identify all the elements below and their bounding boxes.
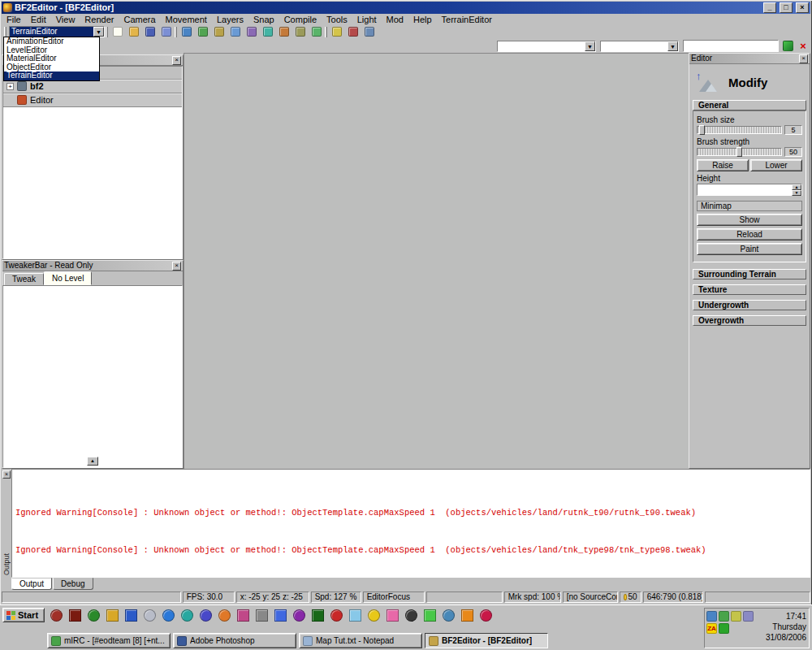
menu-item[interactable]: TerrainEditor xyxy=(437,15,497,25)
quicklaunch-icon[interactable] xyxy=(312,609,324,622)
menu-item[interactable]: Help xyxy=(408,15,437,25)
section-header[interactable]: Overgrowth xyxy=(693,315,806,326)
console-tab[interactable]: Output xyxy=(11,578,52,590)
chevron-down-icon[interactable]: ▼ xyxy=(667,41,678,51)
quicklaunch-icon[interactable] xyxy=(200,609,212,622)
dropdown-option[interactable]: AnimationEditor xyxy=(4,37,99,46)
height-input[interactable] xyxy=(698,184,792,195)
menu-item[interactable]: Layers xyxy=(212,15,248,25)
quicklaunch-icon[interactable] xyxy=(50,609,63,622)
close-icon[interactable]: × xyxy=(172,56,181,65)
quicklaunch-icon[interactable] xyxy=(218,609,231,622)
tray-icon[interactable] xyxy=(731,611,741,622)
tweakerbar-tab[interactable]: Tweak xyxy=(4,273,44,285)
menu-item[interactable]: Tools xyxy=(322,15,352,25)
tray-icon[interactable] xyxy=(706,611,717,622)
lower-button[interactable]: Lower xyxy=(750,159,802,171)
toolbar-file-icon[interactable] xyxy=(159,25,174,38)
toolbar-tool-icon[interactable] xyxy=(212,25,227,38)
quicklaunch-icon[interactable] xyxy=(405,609,417,622)
quicklaunch-icon[interactable] xyxy=(443,609,455,622)
raise-button[interactable]: Raise xyxy=(697,159,749,171)
quicklaunch-icon[interactable] xyxy=(106,609,119,622)
viewport-3d[interactable] xyxy=(184,53,689,469)
start-button[interactable]: Start xyxy=(2,608,45,622)
quicklaunch-icon[interactable] xyxy=(69,609,81,622)
search-input[interactable] xyxy=(683,40,779,52)
taskbar-window-button[interactable]: mIRC - [#eodteam [8] [+nt... xyxy=(47,633,171,648)
toolbar-tool-icon[interactable] xyxy=(244,25,259,38)
quicklaunch-icon[interactable] xyxy=(387,609,399,622)
brush-size-slider[interactable] xyxy=(697,126,782,134)
toolbar-tool-icon[interactable] xyxy=(277,25,292,38)
quicklaunch-icon[interactable] xyxy=(274,609,287,622)
expander-icon[interactable]: + xyxy=(6,83,14,90)
quicklaunch-icon[interactable] xyxy=(293,609,305,622)
menu-item[interactable]: Movement xyxy=(161,15,212,25)
brush-strength-slider[interactable] xyxy=(697,148,782,156)
filter-combobox-2[interactable]: ▼ xyxy=(600,41,679,52)
tray-icon[interactable] xyxy=(743,611,754,622)
quicklaunch-icon[interactable] xyxy=(349,609,361,622)
minimize-button[interactable]: _ xyxy=(763,2,776,13)
editor-mode-combobox[interactable]: TerrainEditor ▼ xyxy=(9,26,105,37)
scroll-up-icon[interactable]: ▲ xyxy=(87,457,98,466)
quicklaunch-icon[interactable] xyxy=(480,609,492,622)
quicklaunch-icon[interactable] xyxy=(181,609,193,622)
menu-item[interactable]: Render xyxy=(80,15,119,25)
toolbar-tool-icon[interactable] xyxy=(309,25,324,38)
close-icon[interactable]: × xyxy=(2,470,11,479)
menu-item[interactable]: Snap xyxy=(248,15,279,25)
section-header[interactable]: Texture xyxy=(693,284,806,295)
toolbar-file-icon[interactable] xyxy=(110,25,125,38)
menu-item[interactable]: Camera xyxy=(119,15,160,25)
toolbar-misc-icon[interactable] xyxy=(346,25,361,38)
chevron-down-icon[interactable]: ▼ xyxy=(93,27,104,37)
chevron-down-icon[interactable]: ▼ xyxy=(585,41,595,51)
toolbar-tool-icon[interactable] xyxy=(196,25,210,38)
quicklaunch-icon[interactable] xyxy=(125,609,137,622)
quicklaunch-icon[interactable] xyxy=(144,609,156,622)
section-header[interactable]: Surrounding Terrain xyxy=(693,269,806,280)
menu-item[interactable]: Compile xyxy=(279,15,322,25)
quicklaunch-icon[interactable] xyxy=(461,609,473,622)
taskbar-window-button[interactable]: BF2Editor - [BF2Editor] xyxy=(425,633,548,648)
toolbar-tool-icon[interactable] xyxy=(179,25,194,38)
tray-icon[interactable]: ZA xyxy=(706,623,717,634)
section-header[interactable]: Undergrowth xyxy=(693,300,806,310)
toolbar-misc-icon[interactable] xyxy=(362,25,377,38)
spin-down-icon[interactable]: ▼ xyxy=(792,190,801,196)
quicklaunch-icon[interactable] xyxy=(368,609,380,622)
cancel-icon[interactable]: × xyxy=(797,41,809,51)
slider-thumb[interactable] xyxy=(736,147,742,157)
confirm-icon[interactable] xyxy=(783,41,793,51)
toolbar-file-icon[interactable] xyxy=(127,25,141,38)
taskbar-window-button[interactable]: Map Tut.txt - Notepad xyxy=(299,633,422,648)
toolbar-tool-icon[interactable] xyxy=(293,25,308,38)
tray-icon[interactable] xyxy=(719,611,729,622)
spin-up-icon[interactable]: ▲ xyxy=(792,184,801,190)
toolbar-tool-icon[interactable] xyxy=(228,25,243,38)
menu-item[interactable]: View xyxy=(51,15,80,25)
general-section-header[interactable]: General xyxy=(693,100,806,110)
menu-item[interactable]: Edit xyxy=(26,15,51,25)
quicklaunch-icon[interactable] xyxy=(330,609,343,622)
quicklaunch-icon[interactable] xyxy=(162,609,175,622)
console-tab[interactable]: Debug xyxy=(53,578,93,590)
taskbar-window-button[interactable]: Adobe Photoshop xyxy=(173,633,296,648)
paint-button[interactable]: Paint xyxy=(697,243,802,255)
close-icon[interactable]: × xyxy=(172,262,181,271)
reload-button[interactable]: Reload xyxy=(697,228,802,240)
quicklaunch-icon[interactable] xyxy=(88,609,100,622)
menu-item[interactable]: File xyxy=(2,15,26,25)
tray-icon[interactable] xyxy=(719,623,729,634)
tree-row[interactable]: + bf2 xyxy=(3,80,182,93)
toolbar-file-icon[interactable] xyxy=(143,25,158,38)
dropdown-option[interactable]: TerrainEditor xyxy=(4,72,99,80)
filter-combobox-1[interactable]: ▼ xyxy=(497,41,596,52)
close-icon[interactable]: × xyxy=(799,54,808,63)
maximize-button[interactable]: □ xyxy=(780,2,793,13)
toolbar-tool-icon[interactable] xyxy=(261,25,275,38)
menu-item[interactable]: Mod xyxy=(382,15,408,25)
tweakerbar-tab[interactable]: No Level xyxy=(44,271,92,285)
